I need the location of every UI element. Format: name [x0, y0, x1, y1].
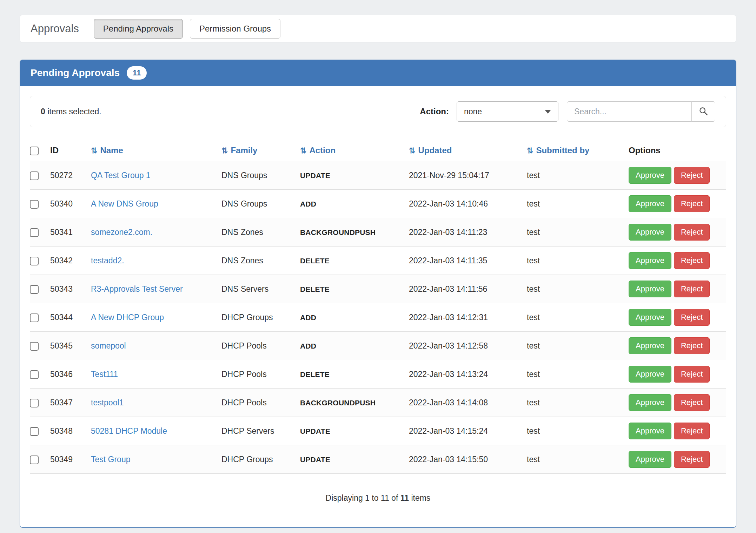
reject-button[interactable]: Reject: [674, 337, 710, 354]
row-name-link[interactable]: A New DHCP Group: [91, 313, 164, 322]
row-name-link[interactable]: somepool: [91, 341, 126, 350]
row-checkbox[interactable]: [30, 257, 39, 265]
caret-down-icon: [545, 110, 551, 114]
reject-button[interactable]: Reject: [674, 281, 710, 297]
column-header-action[interactable]: ⇅Action: [300, 139, 409, 161]
row-checkbox[interactable]: [30, 370, 39, 379]
row-submitted-by: test: [527, 445, 629, 474]
row-submitted-by: test: [527, 389, 629, 417]
row-options-cell: ApproveReject: [629, 303, 726, 332]
row-checkbox-cell: [30, 218, 50, 247]
row-name-link[interactable]: QA Test Group 1: [91, 171, 151, 180]
row-checkbox[interactable]: [30, 313, 39, 322]
row-checkbox[interactable]: [30, 285, 39, 294]
row-action-cell: ADD: [300, 332, 409, 360]
panel-body: 0 items selected. Action: none: [20, 86, 736, 503]
row-name-link[interactable]: 50281 DHCP Module: [91, 426, 167, 436]
approve-button[interactable]: Approve: [629, 167, 671, 184]
row-checkbox[interactable]: [30, 456, 39, 464]
row-checkbox[interactable]: [30, 399, 39, 407]
row-options-cell: ApproveReject: [629, 275, 726, 303]
row-submitted-by: test: [527, 218, 629, 247]
approve-button[interactable]: Approve: [629, 394, 671, 411]
row-options-cell: ApproveReject: [629, 417, 726, 445]
column-header-family[interactable]: ⇅Family: [221, 139, 300, 161]
row-name-cell: A New DNS Group: [91, 190, 221, 218]
row-checkbox[interactable]: [30, 228, 39, 237]
row-options-cell: ApproveReject: [629, 247, 726, 275]
table-row: 50340A New DNS GroupDNS GroupsADD2022-Ja…: [30, 190, 726, 218]
approve-button[interactable]: Approve: [629, 252, 671, 269]
column-header-submitted-by[interactable]: ⇅Submitted by: [527, 139, 629, 161]
reject-button[interactable]: Reject: [674, 451, 710, 468]
row-action: UPDATE: [300, 456, 330, 464]
reject-button[interactable]: Reject: [674, 195, 710, 212]
row-updated: 2022-Jan-03 14:15:50: [409, 445, 527, 474]
row-options-cell: ApproveReject: [629, 389, 726, 417]
select-all-checkbox[interactable]: [30, 147, 39, 155]
row-name-link[interactable]: Test111: [91, 370, 118, 379]
table-row: 50349Test GroupDHCP GroupsUPDATE2022-Jan…: [30, 445, 726, 474]
row-family: DHCP Pools: [221, 389, 300, 417]
sort-icon: ⇅: [221, 146, 228, 155]
panel-header: Pending Approvals 11: [20, 60, 736, 86]
reject-button[interactable]: Reject: [674, 224, 710, 241]
search-button[interactable]: [691, 101, 715, 122]
row-options-cell: ApproveReject: [629, 360, 726, 389]
row-family: DNS Zones: [221, 247, 300, 275]
tab-permission-groups[interactable]: Permission Groups: [190, 19, 280, 39]
row-name-link[interactable]: somezone2.com.: [91, 228, 152, 237]
row-name-cell: testadd2.: [91, 247, 221, 275]
pending-approvals-panel: Pending Approvals 11 0 items selected. A…: [20, 60, 736, 528]
approve-button[interactable]: Approve: [629, 337, 671, 354]
row-checkbox[interactable]: [30, 427, 39, 436]
row-family: DNS Servers: [221, 275, 300, 303]
row-name-cell: somezone2.com.: [91, 218, 221, 247]
reject-button[interactable]: Reject: [674, 423, 710, 439]
row-action: UPDATE: [300, 427, 330, 435]
row-id: 50343: [50, 275, 91, 303]
row-submitted-by: test: [527, 417, 629, 445]
column-header-name[interactable]: ⇅Name: [91, 139, 221, 161]
row-checkbox-cell: [30, 247, 50, 275]
approve-button[interactable]: Approve: [629, 224, 671, 241]
row-checkbox[interactable]: [30, 200, 39, 209]
approve-button[interactable]: Approve: [629, 366, 671, 383]
approve-button[interactable]: Approve: [629, 309, 671, 326]
approve-button[interactable]: Approve: [629, 451, 671, 468]
row-name-cell: QA Test Group 1: [91, 161, 221, 190]
row-family: DHCP Groups: [221, 303, 300, 332]
row-name-link[interactable]: A New DNS Group: [91, 199, 158, 208]
row-name-link[interactable]: testadd2.: [91, 256, 124, 265]
row-id: 50272: [50, 161, 91, 190]
reject-button[interactable]: Reject: [674, 309, 710, 326]
row-updated: 2022-Jan-03 14:13:24: [409, 360, 527, 389]
search-icon: [698, 106, 708, 117]
column-header-updated[interactable]: ⇅Updated: [409, 139, 527, 161]
row-family: DNS Zones: [221, 218, 300, 247]
approve-button[interactable]: Approve: [629, 195, 671, 212]
row-name-link[interactable]: R3-Approvals Test Server: [91, 284, 183, 294]
table-toolbar: 0 items selected. Action: none: [30, 96, 726, 127]
row-checkbox-cell: [30, 332, 50, 360]
action-select[interactable]: none: [457, 101, 558, 122]
row-name-link[interactable]: Test Group: [91, 455, 131, 464]
row-checkbox[interactable]: [30, 342, 39, 351]
row-name-cell: somepool: [91, 332, 221, 360]
row-action: DELETE: [300, 370, 330, 378]
row-checkbox-cell: [30, 303, 50, 332]
approve-button[interactable]: Approve: [629, 281, 671, 297]
row-id: 50344: [50, 303, 91, 332]
tab-pending-approvals[interactable]: Pending Approvals: [94, 19, 183, 39]
table-row: 50342testadd2.DNS ZonesDELETE2022-Jan-03…: [30, 247, 726, 275]
search-input[interactable]: [567, 101, 692, 122]
reject-button[interactable]: Reject: [674, 394, 710, 411]
reject-button[interactable]: Reject: [674, 252, 710, 269]
table-row: 50343R3-Approvals Test ServerDNS Servers…: [30, 275, 726, 303]
reject-button[interactable]: Reject: [674, 366, 710, 383]
approve-button[interactable]: Approve: [629, 423, 671, 439]
row-name-link[interactable]: testpool1: [91, 398, 124, 407]
row-options-cell: ApproveReject: [629, 218, 726, 247]
reject-button[interactable]: Reject: [674, 167, 710, 184]
row-checkbox[interactable]: [30, 171, 39, 180]
